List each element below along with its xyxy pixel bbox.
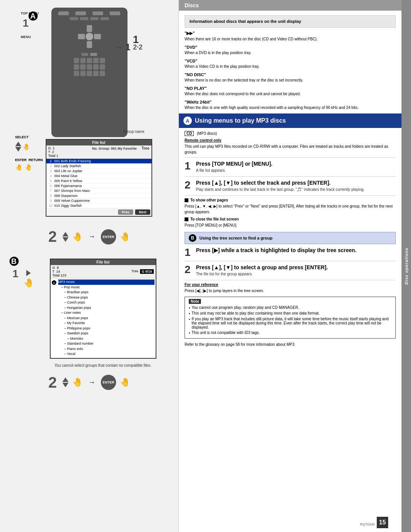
tree-item: – Mexican pops — [58, 316, 155, 321]
section-2-bottom: 2 🤚 → ENTER 🤚 — [4, 374, 175, 391]
file-list-row: 3003 Life on Jupiter — [46, 169, 151, 174]
disc-ops-label: Disc operations — [404, 248, 409, 285]
tree-header: File list — [51, 259, 156, 265]
label-b: B — [10, 257, 19, 266]
tree-bottom-note: You cannot select groups that contain no… — [37, 363, 169, 368]
footer-refer: Refer to the glossary on page 58 for mor… — [179, 342, 401, 347]
close-file-desc: Press [TOP MENU] or [MENU]. — [185, 222, 396, 228]
next-button[interactable]: Next — [135, 209, 150, 215]
file-list-group-info: No. Group: 001 My Favorite Tree — [92, 146, 149, 158]
file-list-row: 2002 Lady Starfish — [46, 164, 151, 169]
enter-circle: ENTER — [101, 229, 116, 244]
disc-ops-sidebar: Disc operations — [401, 0, 411, 532]
remote-only-desc: This unit can play MP3 files recorded on… — [185, 144, 396, 155]
arrow-up-icon-2 — [62, 232, 68, 236]
term-heading: "▶▶" — [185, 31, 396, 36]
step-b1-num: 1 — [185, 247, 193, 258]
up-down-arrows — [62, 232, 68, 242]
black-square-1 — [185, 198, 188, 202]
show-pages-desc: Press [▲, ▼, ◀, ▶] to select "Prev" or "… — [185, 203, 396, 215]
step-b1-row: 1 Press [▶] while a track is highlighted… — [185, 247, 396, 258]
letter-b-circle: B — [189, 234, 196, 242]
step-2-num: 2 — [185, 180, 193, 190]
step-1-row: 1 Press [TOP MENU] or [MENU]. A file lis… — [185, 161, 396, 173]
remote-only-heading: Remote control only — [185, 138, 396, 142]
tree-screen-area: File list G 8 T 14 Total 123 Tree G 8/16 — [37, 255, 169, 368]
step-b2-sub: The file list for the group appears. — [196, 272, 396, 277]
file-list-header: File list — [46, 140, 151, 145]
refer-text: Refer to the glossary on page 58 for mor… — [185, 342, 396, 347]
note-item: •This unit is not compatible with ID3 ta… — [189, 331, 392, 335]
up-down-arrows-b — [62, 377, 68, 387]
file-list-rows: 1001 Both Ends Freezing2002 Lady Starfis… — [46, 159, 151, 208]
big-2-label: 2 — [48, 228, 57, 245]
cd-badge: CD — [185, 131, 194, 136]
file-list-row: 5005 Paint It Yellow — [46, 179, 151, 184]
label-a: A — [29, 11, 38, 21]
tree-item: – Philippine pops — [58, 326, 155, 331]
tree-item: MP3 music — [58, 280, 155, 285]
step-1-content: Press [TOP MENU] or [MENU]. A file list … — [196, 161, 396, 173]
section-a-title: Using menus to play MP3 discs — [195, 117, 286, 124]
section-b-title: Using the tree screen to find a group — [199, 236, 272, 240]
tree-item: – Chinese pops — [58, 295, 155, 300]
step-b1-content: Press [▶] while a track is highlighted t… — [196, 247, 396, 254]
hand-icon-right: 🤚 — [120, 232, 130, 242]
note-item: •You cannot use program play, random pla… — [189, 305, 392, 310]
section-a-heading: A Using menus to play MP3 discs — [179, 113, 401, 128]
hand-b-left: 🤚 — [72, 377, 83, 387]
section-b-content: 1 Press [▶] while a track is highlighted… — [179, 247, 401, 294]
tree-item: – Pop music — [58, 285, 155, 290]
file-list-row: 10010 Ziggy Starfish — [46, 203, 151, 208]
tree-col-label: Tree — [131, 269, 138, 273]
tree-item: – Piano solo — [58, 347, 155, 352]
right-panel: Discs Information about discs that appea… — [179, 0, 411, 532]
step-b2-row: 2 Press [▲], [▼] to select a group and p… — [185, 264, 396, 277]
section-b-heading: B Using the tree screen to find a group — [185, 232, 396, 244]
file-list-t-row: T 2 — [48, 150, 59, 154]
info-box-text: Information about discs that appears on … — [190, 19, 391, 24]
for-your-ref-desc: Press [◀], [▶] to jump layers in the tre… — [185, 288, 396, 294]
section-a-content: CD (MP3 discs) Remote control only This … — [179, 131, 401, 228]
for-your-ref-heading: For your reference — [185, 283, 396, 287]
file-list-nav: Prev Next — [46, 208, 151, 216]
file-list-total-row: Total 1 — [48, 154, 59, 158]
rqt-code: RQT6345 — [360, 522, 375, 526]
hand-b-icon: 🤚 — [24, 278, 34, 288]
enter-circle-b: ENTER — [101, 375, 116, 390]
remote-image: 1 ← 1 2·2 — [51, 8, 127, 137]
term-desc: When there is no disc on the selected tr… — [185, 78, 396, 83]
arrow-right-icon: → — [88, 233, 95, 241]
step-1-num: 1 — [185, 161, 193, 171]
divider-2 — [185, 176, 396, 177]
bullet-icon: • — [189, 317, 190, 321]
step-b2-title: Press [▲], [▼] to select a group and pre… — [196, 264, 396, 270]
arrow-down-icon — [15, 147, 21, 152]
step-b2-num: 2 — [185, 264, 193, 275]
tree-item: – Vocal — [58, 351, 155, 357]
tree-item: – Liner notes — [58, 310, 155, 316]
step-b1-title: Press [▶] while a track is highlighted t… — [196, 247, 396, 253]
tree-item: – Swedish pops — [58, 331, 155, 336]
step-1-title: Press [TOP MENU] or [MENU]. — [196, 161, 396, 167]
step-1-sub: A file list appears. — [196, 168, 396, 173]
step-2-sub: Play starts and continues to the last tr… — [196, 187, 396, 192]
page-number: 15 — [377, 517, 388, 528]
step-b2-content: Press [▲], [▼] to select a group and pre… — [196, 264, 396, 277]
tree-item: – Hungarian pops — [58, 305, 155, 311]
arrow-up-icon — [15, 142, 21, 146]
term-heading: "NO PLAY" — [185, 86, 396, 91]
tree-item: – Brazilian pops — [58, 290, 155, 295]
term-desc: When a DVD is in the play position tray. — [185, 50, 396, 56]
section-2-area: 2 🤚 → ENTER 🤚 — [4, 228, 175, 245]
step-2-row: 2 Press [▲], [▼] to select the track and… — [185, 180, 396, 192]
note-item: •This unit may not be able to play disc … — [189, 311, 392, 316]
info-box: Information about discs that appears on … — [185, 15, 396, 28]
arrow-up-b — [62, 377, 68, 382]
cd-line: CD (MP3 discs) — [185, 131, 396, 136]
note-items: •You cannot use program play, random pla… — [189, 305, 392, 335]
hand-icon-left: 🤚 — [72, 232, 83, 242]
prev-button[interactable]: Prev — [118, 209, 133, 215]
term-desc: When a Video CD is in the play position … — [185, 64, 396, 69]
arrow-right-b: → — [88, 379, 95, 387]
